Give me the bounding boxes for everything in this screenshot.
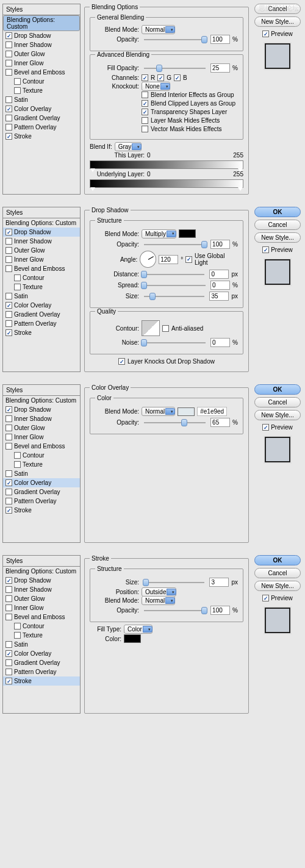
- checkbox[interactable]: [5, 51, 12, 57]
- cancel-button[interactable]: Cancel: [254, 4, 301, 14]
- checkbox[interactable]: [5, 60, 12, 66]
- cb-clipped[interactable]: [142, 100, 148, 107]
- styles-panel: Styles Blending Options: Custom Drop Sha…: [2, 4, 81, 195]
- angle-dial[interactable]: [140, 251, 156, 268]
- checkbox[interactable]: [5, 133, 12, 140]
- preview-checkbox[interactable]: [262, 30, 269, 37]
- style-color-overlay[interactable]: Color Overlay: [3, 478, 80, 487]
- cancel-button[interactable]: Cancel: [254, 568, 301, 578]
- opacity-input[interactable]: [210, 418, 230, 427]
- contour-picker[interactable]: [142, 320, 160, 336]
- style-outer-glow[interactable]: Outer Glow: [3, 49, 80, 59]
- position-select[interactable]: Outside▾: [142, 589, 176, 595]
- opacity-input[interactable]: [210, 606, 230, 615]
- new-style-button[interactable]: New Style...: [254, 232, 301, 243]
- distance-input[interactable]: [209, 270, 229, 279]
- group-title: Blending Options: [90, 4, 140, 10]
- opacity-slider[interactable]: [144, 610, 206, 611]
- layer-style-dialog-coloroverlay: Styles Blending Options: Custom Drop Sha…: [0, 381, 305, 551]
- style-inner-shadow[interactable]: Inner Shadow: [3, 40, 80, 49]
- style-satin[interactable]: Satin: [3, 95, 80, 104]
- preview-checkbox[interactable]: [262, 424, 269, 431]
- preview-checkbox[interactable]: [262, 246, 269, 253]
- preview-swatch: [265, 259, 290, 285]
- preview-swatch: [265, 43, 290, 69]
- noise-slider[interactable]: [144, 342, 206, 343]
- styles-panel: Styles Blending Options: Custom Drop Sha…: [2, 207, 81, 372]
- opacity-input[interactable]: [210, 240, 230, 249]
- channel-r[interactable]: [142, 74, 148, 81]
- size-input[interactable]: [209, 578, 229, 587]
- style-drop-shadow[interactable]: Drop Shadow: [3, 228, 80, 237]
- checkbox[interactable]: [5, 69, 12, 76]
- new-style-button[interactable]: New Style...: [254, 410, 301, 420]
- opacity-slider[interactable]: [144, 244, 206, 245]
- blend-mode-select[interactable]: Multiply▾: [142, 231, 176, 237]
- checkbox[interactable]: [14, 78, 21, 85]
- cb-vector-mask[interactable]: [142, 126, 148, 132]
- style-drop-shadow[interactable]: Drop Shadow: [3, 31, 80, 40]
- blending-options-row[interactable]: Blending Options: Custom: [3, 15, 80, 31]
- checkbox[interactable]: [5, 106, 12, 112]
- angle-input[interactable]: [159, 255, 178, 264]
- opacity-slider[interactable]: [144, 422, 206, 423]
- new-style-button[interactable]: New Style...: [254, 581, 301, 591]
- style-pattern-overlay[interactable]: Pattern Overlay: [3, 123, 80, 132]
- style-stroke[interactable]: Stroke: [3, 676, 80, 686]
- style-color-overlay[interactable]: Color Overlay: [3, 104, 80, 113]
- styles-panel: Styles Blending Options: Custom Drop Sha…: [2, 384, 81, 543]
- cb-layer-mask[interactable]: [142, 117, 148, 124]
- ok-button[interactable]: OK: [254, 555, 301, 565]
- antialias-checkbox[interactable]: [162, 325, 169, 332]
- style-texture[interactable]: Texture: [3, 86, 80, 95]
- ok-button[interactable]: OK: [254, 384, 301, 395]
- style-inner-glow[interactable]: Inner Glow: [3, 59, 80, 68]
- checkbox[interactable]: [5, 115, 12, 121]
- preview-checkbox[interactable]: [262, 595, 269, 601]
- checkbox[interactable]: [5, 124, 12, 131]
- blend-mode-select[interactable]: Normal▾: [142, 26, 175, 33]
- size-input[interactable]: [209, 292, 229, 301]
- channel-b[interactable]: [174, 74, 181, 81]
- cancel-button[interactable]: Cancel: [254, 397, 301, 407]
- color-swatch[interactable]: [178, 407, 195, 416]
- fill-input[interactable]: [210, 63, 230, 73]
- blend-mode-label: Blend Mode:: [95, 26, 139, 33]
- layer-knocks-checkbox[interactable]: [118, 358, 125, 365]
- channel-g[interactable]: [157, 74, 164, 81]
- opacity-input[interactable]: [210, 35, 230, 44]
- ok-button[interactable]: OK: [254, 207, 301, 217]
- cancel-button[interactable]: Cancel: [254, 220, 301, 230]
- style-bevel[interactable]: Bevel and Emboss: [3, 68, 80, 77]
- opacity-slider[interactable]: [144, 39, 206, 40]
- checkbox[interactable]: [5, 96, 12, 103]
- color-swatch[interactable]: [179, 229, 196, 238]
- global-light-checkbox[interactable]: [185, 256, 192, 263]
- knockout-select[interactable]: None▾: [142, 83, 170, 90]
- noise-input[interactable]: [210, 338, 230, 347]
- blend-mode-select[interactable]: Normal▾: [142, 408, 175, 415]
- checkbox[interactable]: [5, 41, 12, 48]
- size-slider[interactable]: [144, 296, 204, 297]
- drop-shadow-group: Drop Shadow Structure Blend Mode:Multipl…: [84, 207, 249, 372]
- style-contour[interactable]: Contour: [3, 77, 80, 86]
- blend-if-select[interactable]: Gray▾: [115, 143, 142, 150]
- size-slider[interactable]: [144, 582, 204, 583]
- spread-slider[interactable]: [144, 285, 206, 286]
- spread-input[interactable]: [210, 281, 230, 290]
- this-layer-gradient[interactable]: [90, 160, 243, 169]
- blend-mode-select[interactable]: Normal▾: [142, 597, 175, 604]
- underlying-gradient[interactable]: [90, 179, 243, 188]
- new-style-button[interactable]: New Style...: [254, 16, 301, 27]
- cb-interior[interactable]: [142, 91, 148, 98]
- checkbox[interactable]: [14, 87, 21, 94]
- style-gradient-overlay[interactable]: Gradient Overlay: [3, 113, 80, 123]
- fill-slider[interactable]: [144, 68, 206, 69]
- distance-slider[interactable]: [144, 274, 204, 275]
- style-stroke[interactable]: Stroke: [3, 132, 80, 141]
- checkbox[interactable]: [5, 32, 12, 39]
- stroke-color-swatch[interactable]: [124, 634, 141, 643]
- blending-options-row[interactable]: Blending Options: Custom: [3, 218, 80, 228]
- fill-type-select[interactable]: Color▾: [124, 626, 152, 633]
- cb-transparency[interactable]: [142, 109, 148, 115]
